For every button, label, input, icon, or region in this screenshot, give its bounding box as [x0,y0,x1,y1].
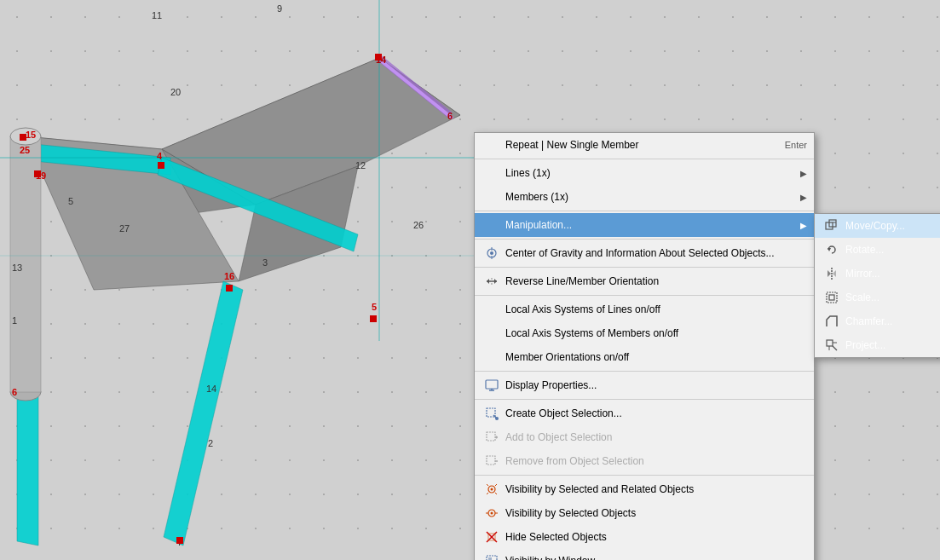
submenu-chamfer-label: Chamfer... [845,315,940,327]
menu-item-vis-selected[interactable]: Visibility by Selected Objects [475,501,814,525]
separator-5 [475,295,814,296]
svg-text:6: 6 [12,387,17,397]
svg-text:6: 6 [447,111,453,121]
svg-point-60 [490,251,493,255]
menu-item-create-sel[interactable]: Create Object Selection... [475,401,814,425]
localaxis-members-icon [483,325,500,342]
menu-item-create-sel-label: Create Object Selection... [505,407,807,419]
project-icon [823,337,840,354]
svg-line-56 [833,346,837,350]
svg-rect-55 [827,340,833,346]
separator-8 [475,475,814,476]
manipulation-icon-placeholder [483,216,500,234]
separator-1 [475,159,814,159]
svg-text:3: 3 [262,257,268,268]
separator-7 [475,399,814,400]
svg-rect-53 [829,295,834,300]
menu-item-repeat[interactable]: Repeat | New Single Member Enter [475,133,814,157]
menu-item-gravity-label: Center of Gravity and Information About … [505,247,807,259]
separator-3 [475,239,814,240]
submenu-item-project[interactable]: Project... [815,333,940,357]
menu-item-lines-label: Lines (1x) [505,167,793,179]
submenu-scale-label: Scale... [845,292,940,303]
member-orient-icon [483,349,500,366]
scale-icon [823,289,840,306]
submenu-item-chamfer[interactable]: Chamfer... [815,309,940,333]
menu-item-reverse-label: Reverse Line/Member Orientation [505,275,807,287]
svg-marker-52 [833,270,836,277]
submenu-item-move-copy[interactable]: Move/Copy... [815,214,940,238]
manipulation-arrow: ▶ [800,221,807,230]
menu-item-lines[interactable]: Lines (1x) ▶ [475,161,814,185]
svg-rect-73 [487,432,495,441]
svg-text:13: 13 [12,263,22,273]
svg-text:20: 20 [170,87,181,97]
separator-4 [475,267,814,268]
menu-item-members[interactable]: Members (1x) ▶ [475,185,814,209]
submenu-item-scale[interactable]: Scale... [815,286,940,309]
svg-line-80 [487,484,488,486]
menu-item-vis-window-label: Visibility by Window [505,555,807,560]
submenu-rotate-label: Rotate... [845,244,940,256]
menu-item-member-orient-label: Member Orientations on/off [505,351,807,363]
vis-selected-icon [483,505,500,522]
localaxis-lines-icon [483,301,500,318]
svg-text:11: 11 [152,10,162,20]
svg-rect-36 [226,285,233,292]
menu-item-vis-selected-label: Visibility by Selected Objects [505,507,807,519]
menu-item-localaxis-members[interactable]: Local Axis Systems of Members on/off [475,321,814,345]
add-sel-icon [483,429,500,446]
svg-text:5: 5 [68,196,73,206]
menu-item-hide-selected[interactable]: Hide Selected Objects [475,525,814,549]
menu-item-display[interactable]: Display Properties... [475,373,814,397]
svg-text:14: 14 [206,384,216,394]
gravity-icon [483,245,500,262]
svg-text:15: 15 [26,130,36,140]
svg-text:25: 25 [20,145,30,155]
lines-arrow: ▶ [800,169,807,178]
svg-line-81 [495,484,497,486]
menu-item-localaxis-lines[interactable]: Local Axis Systems of Lines on/off [475,297,814,321]
svg-text:5: 5 [372,302,377,312]
create-sel-icon [483,405,500,422]
menu-item-localaxis-lines-label: Local Axis Systems of Lines on/off [505,303,807,315]
menu-item-members-label: Members (1x) [505,191,793,203]
separator-6 [475,371,814,372]
menu-item-hide-selected-label: Hide Selected Objects [505,531,807,543]
svg-text:19: 19 [36,170,46,181]
svg-text:26: 26 [413,220,424,230]
menu-item-vis-window[interactable]: Visibility by Window [475,549,814,560]
menu-item-remove-sel-label: Remove from Object Selection [505,455,807,467]
vis-related-icon [483,481,500,498]
menu-item-manipulation[interactable]: Manipulation... ▶ Move/Copy... [475,213,814,237]
rotate-icon [823,241,840,258]
reverse-icon [483,273,500,290]
menu-item-repeat-shortcut: Enter [785,140,807,150]
submenu-manipulation: Move/Copy... Rotate... [814,213,940,358]
submenu-move-copy-label: Move/Copy... [845,220,940,232]
svg-marker-65 [487,279,489,284]
svg-rect-35 [158,162,164,169]
menu-item-vis-related-label: Visibility by Selected and Related Objec… [505,483,807,495]
submenu-item-rotate[interactable]: Rotate... [815,238,940,262]
menu-item-localaxis-members-label: Local Axis Systems of Members on/off [505,327,807,339]
svg-rect-37 [370,315,377,322]
svg-line-82 [487,493,488,494]
svg-text:2: 2 [208,438,213,448]
svg-point-85 [491,512,493,515]
menu-item-vis-related[interactable]: Visibility by Selected and Related Objec… [475,477,814,501]
menu-item-reverse[interactable]: Reverse Line/Member Orientation [475,269,814,293]
members-icon-placeholder [483,188,500,205]
svg-point-79 [491,488,493,491]
menu-item-member-orient[interactable]: Member Orientations on/off [475,345,814,369]
menu-item-gravity[interactable]: Center of Gravity and Information About … [475,241,814,265]
svg-rect-54 [827,292,837,303]
svg-marker-64 [494,279,497,284]
svg-rect-32 [375,54,382,61]
svg-rect-76 [487,456,495,465]
submenu-item-mirror[interactable]: Mirror... [815,262,940,286]
svg-marker-8 [164,281,243,546]
svg-text:4: 4 [157,151,163,161]
context-menu: Repeat | New Single Member Enter Lines (… [474,132,815,560]
svg-rect-67 [486,380,498,389]
